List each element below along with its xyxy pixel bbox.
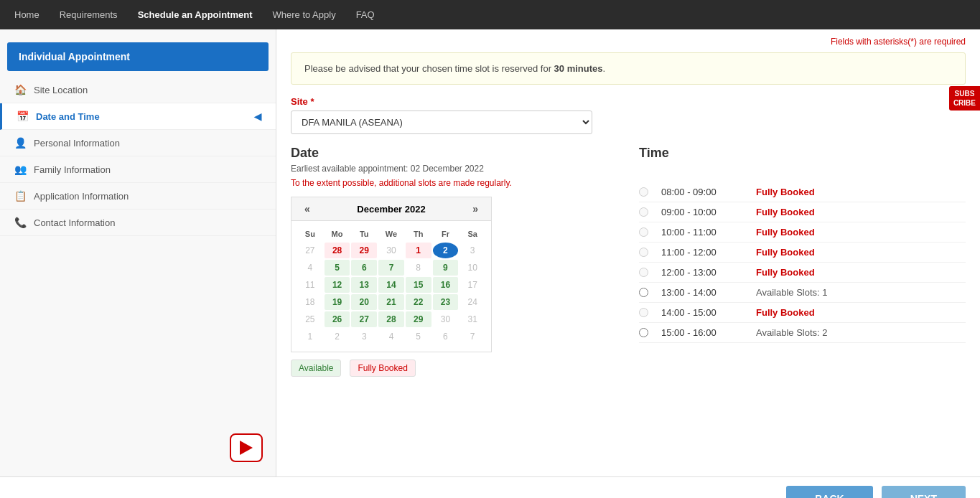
phone-icon: 📞	[14, 217, 27, 228]
calendar-day[interactable]: 19	[325, 294, 350, 310]
nav-faq[interactable]: FAQ	[356, 9, 375, 20]
calendar-day[interactable]: 7	[378, 260, 404, 276]
calendar-day: 25	[297, 311, 323, 327]
cal-month-year: December 2022	[357, 204, 425, 215]
calendar-day[interactable]: 26	[325, 311, 350, 327]
time-radio-button[interactable]	[639, 248, 648, 257]
time-label: 08:00 - 09:00	[661, 187, 747, 197]
cal-next-button[interactable]: »	[468, 203, 482, 215]
calendar-row: 27282930123	[297, 243, 485, 258]
time-status: Fully Booked	[756, 207, 815, 217]
info-box: Please be advised that your chosen time …	[291, 52, 966, 85]
calendar-day: 8	[406, 260, 431, 276]
sidebar-item-personal-info[interactable]: 👤 Personal Information	[0, 130, 276, 156]
calendar-day: 4	[297, 260, 323, 276]
time-radio-button[interactable]	[639, 207, 648, 217]
cal-prev-button[interactable]: «	[300, 203, 314, 215]
calendar-day: 3	[459, 243, 485, 258]
arrow-icon: ◀	[254, 111, 261, 122]
calendar-day: 4	[378, 329, 404, 344]
cal-day-headers: Su Mo Tu We Th Fr Sa	[297, 227, 485, 241]
time-radio-button[interactable]	[639, 268, 648, 277]
time-radio-button[interactable]	[639, 187, 648, 197]
calendar-day: 11	[297, 277, 323, 293]
calendar-day[interactable]: 20	[351, 294, 377, 310]
calendar-day: 2	[325, 329, 350, 344]
person-icon: 👤	[14, 137, 27, 149]
calendar-day: 31	[459, 311, 485, 327]
sidebar-label-personal-info: Personal Information	[34, 138, 120, 149]
calendar-day[interactable]: 14	[378, 277, 404, 293]
time-status: Fully Booked	[756, 227, 815, 238]
calendar-day[interactable]: 12	[325, 277, 350, 293]
date-title: Date	[291, 146, 617, 161]
calendar-day: 17	[459, 277, 485, 293]
calendar-day[interactable]: 23	[433, 294, 459, 310]
info-box-text: Please be advised that your chosen time …	[304, 63, 551, 74]
site-select[interactable]: DFA MANILA (ASEANA)	[291, 111, 592, 134]
calendar-row: 45678910	[297, 260, 485, 276]
calendar-icon: 📅	[17, 111, 29, 122]
time-status: Fully Booked	[756, 307, 815, 318]
calendar-day: 18	[297, 294, 323, 310]
subscribe-badge[interactable]: SUBSCRIBE	[949, 86, 980, 111]
time-label: 09:00 - 10:00	[661, 207, 747, 217]
calendar-day[interactable]: 22	[406, 294, 431, 310]
back-button[interactable]: BACK	[786, 486, 872, 498]
sidebar-item-site-location[interactable]: 🏠 Site Location	[0, 77, 276, 103]
calendar-day[interactable]: 16	[433, 277, 459, 293]
calendar-day[interactable]: 13	[351, 277, 377, 293]
next-button[interactable]: NEXT	[882, 486, 966, 498]
calendar-day[interactable]: 28	[325, 243, 350, 258]
sidebar-label-application-info: Application Information	[34, 191, 129, 202]
top-navigation: Home Requirements Schedule an Appointmen…	[0, 0, 980, 29]
nav-home[interactable]: Home	[14, 9, 39, 20]
calendar-day[interactable]: 9	[433, 260, 459, 276]
time-radio-button[interactable]	[639, 288, 648, 297]
calendar-grid: Su Mo Tu We Th Fr Sa 2728293012345678910…	[291, 221, 491, 352]
time-label: 14:00 - 15:00	[661, 307, 747, 318]
info-box-bold: 30 minutes	[554, 63, 603, 74]
sidebar-item-date-time[interactable]: 📅 Date and Time ◀	[0, 103, 276, 130]
calendar-day[interactable]: 2	[433, 243, 459, 258]
youtube-badge[interactable]	[230, 433, 263, 462]
time-status: Available Slots: 2	[756, 327, 828, 338]
main-container: Individual Appointment 🏠 Site Location 📅…	[0, 29, 980, 476]
sidebar-item-application-info[interactable]: 📋 Application Information	[0, 183, 276, 210]
time-status: Fully Booked	[756, 267, 815, 278]
calendar-day[interactable]: 21	[378, 294, 404, 310]
time-label: 15:00 - 16:00	[661, 327, 747, 338]
sidebar-item-family-info[interactable]: 👥 Family Information	[0, 156, 276, 183]
time-status: Fully Booked	[756, 187, 815, 197]
calendar-header: « December 2022 »	[291, 197, 491, 221]
time-radio-button[interactable]	[639, 308, 648, 317]
calendar-day: 5	[406, 329, 431, 344]
nav-requirements[interactable]: Requirements	[60, 9, 118, 20]
calendar-day[interactable]: 28	[378, 311, 404, 327]
time-radio-button[interactable]	[639, 328, 648, 337]
calendar-day[interactable]: 29	[406, 311, 431, 327]
time-slot-row: 09:00 - 10:00Fully Booked	[639, 202, 966, 222]
calendar-row: 18192021222324	[297, 294, 485, 310]
sidebar-item-contact-info[interactable]: 📞 Contact Information	[0, 210, 276, 236]
time-slots: 08:00 - 09:00Fully Booked09:00 - 10:00Fu…	[639, 182, 966, 343]
calendar-day[interactable]: 27	[351, 311, 377, 327]
calendar-row: 11121314151617	[297, 277, 485, 293]
calendar-day: 30	[378, 243, 404, 258]
calendar-day[interactable]: 6	[351, 260, 377, 276]
calendar-day: 27	[297, 243, 323, 258]
time-slot-row: 13:00 - 14:00Available Slots: 1	[639, 283, 966, 303]
calendar-day[interactable]: 5	[325, 260, 350, 276]
calendar-day[interactable]: 1	[406, 243, 431, 258]
required-notice: Fields with asterisks(*) are required	[291, 37, 966, 47]
time-slot-row: 11:00 - 12:00Fully Booked	[639, 243, 966, 263]
calendar-day[interactable]: 29	[351, 243, 377, 258]
time-slot-row: 12:00 - 13:00Fully Booked	[639, 263, 966, 283]
nav-schedule[interactable]: Schedule an Appointment	[138, 9, 253, 20]
nav-where-to-apply[interactable]: Where to Apply	[272, 9, 335, 20]
time-radio-button[interactable]	[639, 227, 648, 237]
calendar-day[interactable]: 15	[406, 277, 431, 293]
slots-notice: To the extent possible, additional slots…	[291, 178, 617, 188]
calendar-day: 10	[459, 260, 485, 276]
sidebar-label-contact-info: Contact Information	[34, 217, 115, 228]
